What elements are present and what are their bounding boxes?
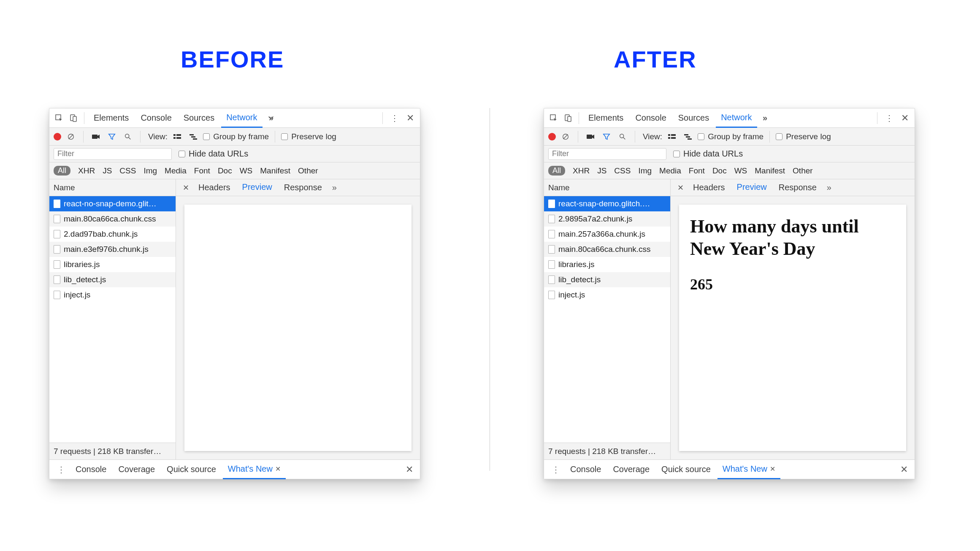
detail-tab-response[interactable]: Response [774, 178, 822, 197]
group-by-frame-checkbox[interactable] [698, 133, 704, 140]
drawer-tab-coverage[interactable]: Coverage [113, 460, 160, 479]
request-row[interactable]: lib_detect.js [49, 272, 176, 287]
tab-network[interactable]: Network [221, 108, 262, 128]
request-row[interactable]: inject.js [49, 287, 176, 303]
record-icon[interactable] [548, 133, 556, 140]
type-ws[interactable]: WS [240, 166, 253, 176]
type-doc[interactable]: Doc [712, 166, 727, 176]
request-row[interactable]: main.80ca66ca.chunk.css [544, 242, 670, 257]
waterfall-icon[interactable] [682, 130, 694, 143]
clear-icon[interactable] [559, 130, 572, 143]
request-row[interactable]: inject.js [544, 287, 670, 303]
large-rows-icon[interactable] [666, 130, 678, 143]
tab-sources[interactable]: Sources [179, 108, 219, 128]
drawer-tab-console[interactable]: Console [70, 460, 111, 479]
type-css[interactable]: CSS [119, 166, 136, 176]
close-devtools-icon[interactable]: ✕ [404, 113, 417, 124]
kebab-menu-icon[interactable]: ⋮ [882, 113, 897, 123]
column-name-header[interactable]: Name [49, 179, 176, 196]
large-rows-icon[interactable] [171, 130, 184, 143]
type-other[interactable]: Other [298, 166, 318, 176]
drawer-menu-icon[interactable]: ⋮ [548, 465, 563, 475]
more-detail-tabs-icon[interactable]: » [329, 183, 340, 192]
inspect-icon[interactable] [547, 112, 560, 124]
close-tab-icon[interactable]: ✕ [275, 465, 281, 473]
inspect-icon[interactable] [53, 112, 65, 124]
close-drawer-icon[interactable]: ✕ [403, 464, 416, 475]
device-toggle-icon[interactable] [562, 112, 574, 124]
type-doc[interactable]: Doc [218, 166, 232, 176]
type-other[interactable]: Other [793, 166, 813, 176]
tab-console[interactable]: Console [630, 108, 671, 128]
type-media[interactable]: Media [659, 166, 681, 176]
type-img[interactable]: Img [143, 166, 157, 176]
column-name-header[interactable]: Name [544, 179, 670, 196]
close-devtools-icon[interactable]: ✕ [899, 113, 911, 124]
camera-icon[interactable] [584, 130, 597, 143]
filter-icon[interactable] [600, 130, 613, 143]
hide-data-urls-checkbox[interactable] [673, 151, 680, 157]
device-toggle-icon[interactable] [67, 112, 80, 124]
type-xhr[interactable]: XHR [573, 166, 590, 176]
type-all[interactable]: All [548, 166, 565, 176]
hide-data-urls-checkbox[interactable] [179, 151, 185, 157]
more-tabs-icon[interactable]: » [759, 112, 772, 124]
type-all[interactable]: All [54, 166, 70, 176]
close-tab-icon[interactable]: ✕ [770, 465, 775, 473]
request-row[interactable]: main.80ca66ca.chunk.css [49, 211, 176, 227]
type-xhr[interactable]: XHR [78, 166, 95, 176]
request-row[interactable]: react-no-snap-demo.glit… [49, 196, 176, 211]
drawer-tab-coverage[interactable]: Coverage [608, 460, 655, 479]
type-media[interactable]: Media [165, 166, 187, 176]
type-js[interactable]: JS [597, 166, 606, 176]
request-row[interactable]: main.257a366a.chunk.js [544, 227, 670, 242]
preserve-log-checkbox[interactable] [281, 133, 288, 140]
detail-tab-response[interactable]: Response [279, 178, 327, 197]
drawer-tab-console[interactable]: Console [565, 460, 606, 479]
filter-icon[interactable] [106, 130, 118, 143]
type-img[interactable]: Img [638, 166, 652, 176]
tab-sources[interactable]: Sources [673, 108, 714, 128]
record-icon[interactable] [54, 133, 61, 140]
type-css[interactable]: CSS [614, 166, 631, 176]
type-ws[interactable]: WS [734, 166, 747, 176]
request-row[interactable]: 2.9895a7a2.chunk.js [544, 211, 670, 227]
detail-tab-headers[interactable]: Headers [688, 178, 730, 197]
request-row[interactable]: libraries.js [49, 257, 176, 272]
tab-elements[interactable]: Elements [583, 108, 628, 128]
type-font[interactable]: Font [689, 166, 705, 176]
filter-input[interactable] [54, 148, 172, 160]
request-row[interactable]: main.e3ef976b.chunk.js [49, 242, 176, 257]
detail-tab-preview[interactable]: Preview [237, 178, 277, 197]
more-detail-tabs-icon[interactable]: » [823, 183, 835, 192]
drawer-tab-quick-source[interactable]: Quick source [656, 460, 716, 479]
close-details-icon[interactable]: ✕ [675, 183, 686, 192]
close-details-icon[interactable]: ✕ [180, 183, 192, 192]
drawer-tab-whats-new[interactable]: What's New✕ [717, 460, 780, 479]
type-font[interactable]: Font [194, 166, 210, 176]
tab-console[interactable]: Console [135, 108, 176, 128]
type-manifest[interactable]: Manifest [755, 166, 785, 176]
drawer-tab-whats-new[interactable]: What's New✕ [223, 460, 286, 479]
close-drawer-icon[interactable]: ✕ [898, 464, 910, 475]
detail-tab-preview[interactable]: Preview [732, 178, 772, 197]
request-row[interactable]: lib_detect.js [544, 272, 670, 287]
search-icon[interactable] [616, 130, 629, 143]
kebab-menu-icon[interactable]: ⋮ [387, 113, 402, 123]
camera-icon[interactable] [89, 130, 102, 143]
group-by-frame-checkbox[interactable] [203, 133, 210, 140]
more-tabs-icon[interactable]: » [264, 112, 277, 124]
drawer-menu-icon[interactable]: ⋮ [54, 465, 69, 475]
tab-network[interactable]: Network [716, 108, 757, 128]
clear-icon[interactable] [65, 130, 77, 143]
drawer-tab-quick-source[interactable]: Quick source [162, 460, 221, 479]
request-row[interactable]: 2.dad97bab.chunk.js [49, 227, 176, 242]
preserve-log-checkbox[interactable] [776, 133, 782, 140]
waterfall-icon[interactable] [187, 130, 200, 143]
tab-elements[interactable]: Elements [89, 108, 134, 128]
search-icon[interactable] [122, 130, 134, 143]
request-row[interactable]: react-snap-demo.glitch.… [544, 196, 670, 211]
request-row[interactable]: libraries.js [544, 257, 670, 272]
type-manifest[interactable]: Manifest [260, 166, 290, 176]
type-js[interactable]: JS [103, 166, 112, 176]
